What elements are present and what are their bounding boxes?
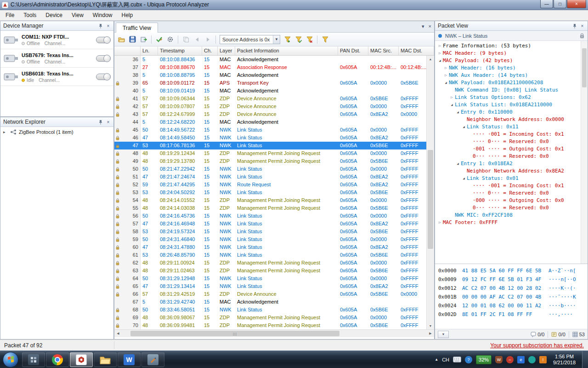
tree-node[interactable]: ···· ·001 = Incoming Cost: 0x1 — [435, 182, 588, 190]
help-icon[interactable]: ? — [465, 356, 472, 363]
decode-options-button[interactable] — [165, 34, 175, 45]
traffic-row-70[interactable]: 704808:36:09.9948115ZDPManagement Permit… — [114, 322, 434, 329]
traffic-row-53[interactable]: 535308:24:04.5029215NWKLink Status0x605A… — [114, 189, 434, 196]
pin-icon[interactable] — [96, 118, 104, 126]
menu-device[interactable]: Device — [41, 11, 67, 20]
minimize-button[interactable]: — — [540, 0, 553, 8]
scroll-right-icon[interactable]: ▶ — [427, 330, 434, 337]
filter-apply-button[interactable] — [293, 34, 304, 45]
filter-combobox[interactable]: Source Address is 0x ▼ — [220, 35, 280, 44]
previous-packet-button[interactable] — [192, 34, 202, 45]
maximize-button[interactable]: □ — [554, 0, 566, 8]
traffic-row-58[interactable]: 585308:24:19.5732415NWKLink Status0x605A… — [114, 228, 434, 236]
menu-help[interactable]: Help — [117, 11, 138, 20]
next-packet-button[interactable] — [203, 34, 213, 45]
tree-node[interactable]: ◢Link Status: 0x01 — [435, 175, 588, 182]
bookmark-count-group[interactable]: 0/0 — [531, 332, 544, 337]
traffic-row-39[interactable]: 396508:10:09.0117215APSTransport Key0x60… — [114, 79, 434, 87]
tree-node[interactable]: ···· 0··· = Reserved: 0x0 — [435, 190, 588, 197]
traffic-row-36[interactable]: 36508:10:08.8843615MACAcknowledgement — [114, 56, 434, 63]
device-power-toggle[interactable] — [96, 74, 111, 80]
tree-node[interactable]: ▷NWK Aux Header: (14 bytes) — [435, 72, 588, 79]
tree-scrollbar[interactable] — [581, 41, 588, 264]
close-icon[interactable]: × — [104, 118, 112, 126]
tree-expanded-icon[interactable]: ◢ — [461, 123, 467, 131]
column-header-packet-information[interactable]: Packet Information — [235, 46, 338, 55]
scroll-down-icon[interactable]: ▼ — [427, 322, 434, 329]
battery-indicator[interactable]: 32% — [476, 355, 492, 364]
traffic-row-68[interactable]: 685008:33:46.5805115NWKLink Status0x605A… — [114, 306, 434, 314]
open-file-button[interactable] — [116, 34, 127, 45]
tree-collapsed-icon[interactable]: ▷ — [443, 72, 449, 79]
column-header-pan-dst[interactable]: PAN Dst. — [338, 46, 368, 55]
tree-node[interactable]: ◢MAC Payload: (42 bytes) — [435, 57, 588, 64]
tree-node[interactable]: ◢NWK Payload: 0x018EA21100006208 — [435, 79, 588, 86]
tree-node[interactable]: ·000 ···· = Outgoing Cost: 0x0 — [435, 197, 588, 204]
tree-node[interactable]: ▷Link Status Options: 0x62 — [435, 94, 588, 101]
device-row-com11[interactable]: COM11: NXP FTDI... Offline Channel... — [0, 31, 113, 49]
traffic-row-50[interactable]: 505008:21:47.2294215NWKLink Status0x605A… — [114, 165, 434, 173]
byte-count-group[interactable]: 53 — [572, 332, 585, 337]
column-header-layer[interactable]: Layer — [218, 46, 235, 55]
tree-node[interactable]: ·001 ···· = Outgoing Cost: 0x1 — [435, 145, 588, 153]
column-header-channel[interactable]: Ch. — [202, 46, 218, 55]
device-row-usb7679[interactable]: USB7679: Texas Ins... Offline Channel... — [0, 49, 113, 68]
traffic-row-59[interactable]: 595008:24:31.4684015NWKLink Status0x605A… — [114, 236, 434, 243]
panel-menu-icon[interactable]: ▾ — [422, 23, 424, 29]
tree-collapsed-icon[interactable]: ▷ — [443, 64, 449, 72]
tree-node[interactable]: ◢Link Status List: 0x018EA2110000 — [435, 101, 588, 109]
sync-tray-icon[interactable]: e — [517, 356, 525, 363]
column-header-mac-src[interactable]: MAC Src. — [368, 46, 399, 55]
device-power-toggle[interactable] — [96, 55, 111, 62]
traffic-row-48[interactable]: 484808:19:29.1243415ZDPManagement Permit… — [114, 150, 434, 157]
scroll-up-icon[interactable]: ▲ — [427, 56, 434, 63]
device-power-toggle[interactable] — [96, 37, 111, 43]
tree-expanded-icon[interactable]: ◢ — [455, 160, 461, 167]
tree-node[interactable]: ▷MAC Footer: 0xFFFF — [435, 219, 588, 226]
taskbar-app-explorer[interactable] — [94, 352, 117, 367]
verify-button[interactable] — [154, 34, 164, 45]
show-hidden-icons[interactable]: ▲ — [435, 357, 438, 362]
traffic-row-66[interactable]: 665708:31:29.4251915ZDPDevice Announce0x… — [114, 290, 434, 298]
hex-row[interactable]: 0x000041 88 E5 5A 60 FF FF 6E 5BA··Z`··n… — [438, 266, 584, 275]
tree-node[interactable]: ▷NWK Header: (16 bytes) — [435, 64, 588, 72]
taskbar-app-media[interactable] — [22, 352, 45, 367]
tree-node[interactable]: Neighbor Network Address: 0x0000 — [435, 116, 588, 123]
scrollbar-thumb[interactable] — [428, 150, 433, 249]
hex-row[interactable]: 0x001B00 00 00 AF AC C2 07 00 4B···¯····… — [438, 293, 584, 301]
scroll-left-icon[interactable]: ◀ — [114, 330, 122, 337]
traffic-row-37[interactable]: 372708:10:08.8867015MACAssociation Respo… — [114, 63, 434, 71]
traffic-row-54[interactable]: 544808:24:14.0155215ZDPManagement Permit… — [114, 196, 434, 204]
close-icon[interactable]: × — [104, 22, 112, 29]
pin-icon[interactable] — [571, 22, 578, 29]
traffic-row-51[interactable]: 514708:21:47.2467415NWKLink Status0x605A… — [114, 173, 434, 181]
menu-view[interactable]: View — [67, 11, 88, 20]
tree-item-zigbee-protocol[interactable]: ▸ ZigBee Protocol (1 item) — [0, 127, 113, 137]
filter-manager-button[interactable] — [320, 34, 330, 45]
traffic-row-44[interactable]: 44508:12:24.6822015MACAcknowledgement — [114, 118, 434, 126]
scrollbar-thumb[interactable] — [582, 48, 587, 87]
device-row-usb6018[interactable]: USB6018: Texas Ins... Idle Channel... — [0, 68, 113, 86]
traffic-row-52[interactable]: 525908:21:47.4429515NWKRoute Request0x60… — [114, 181, 434, 189]
tree-node[interactable]: ◢Link Status: 0x11 — [435, 123, 588, 131]
tree-collapsed-icon[interactable]: ▷ — [437, 50, 443, 57]
tree-collapsed-icon[interactable]: ▷ — [437, 219, 443, 226]
traffic-row-64[interactable]: 645008:31:29.1294815NWKLink Status0x605A… — [114, 275, 434, 282]
tree-expanded-icon[interactable]: ◢ — [461, 175, 467, 182]
column-header-mac-dst[interactable]: MAC Dst. — [399, 46, 434, 55]
traffic-row-62[interactable]: 624808:29:11.0092415ZDPManagement Permit… — [114, 259, 434, 267]
chevron-down-icon[interactable]: ▼ — [273, 35, 280, 44]
close-button[interactable]: × — [567, 0, 586, 8]
traffic-row-60[interactable]: 604708:24:31.4788015NWKLink Status0x605A… — [114, 243, 434, 251]
tree-node[interactable]: ▷Frame Information: (53 bytes) — [435, 42, 588, 50]
filter-clear-button[interactable] — [304, 34, 315, 45]
panel-close-icon[interactable]: × — [429, 23, 431, 29]
language-indicator[interactable]: CH — [442, 357, 449, 362]
tree-collapsed-icon[interactable]: ▷ — [449, 94, 455, 101]
taskbar-app-writer[interactable]: W — [118, 352, 141, 367]
traffic-row-56[interactable]: 565008:24:16.4573615NWKLink Status0x605A… — [114, 212, 434, 220]
hex-options-dropdown[interactable]: ▼ — [438, 331, 449, 338]
menu-tools[interactable]: Tools — [19, 11, 41, 20]
traffic-row-69[interactable]: 694808:36:09.9806715ZDPManagement Permit… — [114, 314, 434, 322]
traffic-row-67[interactable]: 67508:31:29.4274015MACAcknowledgement — [114, 298, 434, 306]
